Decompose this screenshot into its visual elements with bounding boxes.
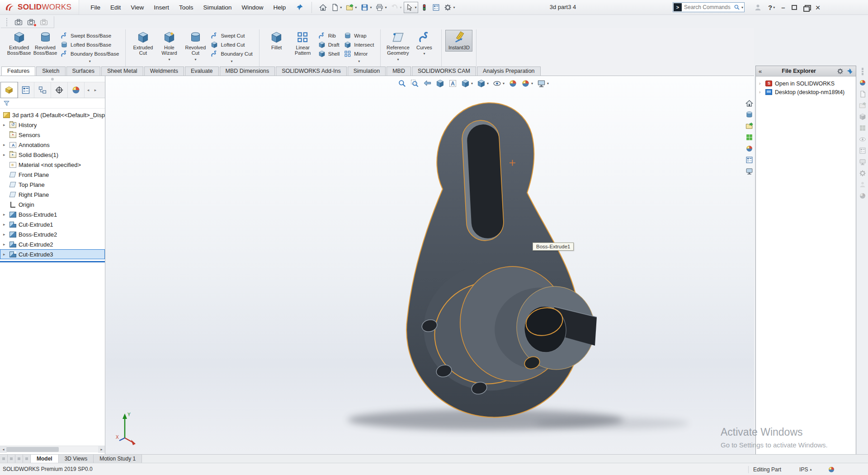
- tab-model[interactable]: Model: [31, 455, 59, 463]
- sphere-icon[interactable]: [859, 192, 866, 200]
- menu-help[interactable]: Help: [269, 2, 291, 13]
- cascade-button[interactable]: [803, 5, 809, 10]
- expand-arrow-icon[interactable]: ▸: [3, 222, 7, 227]
- panel-grip[interactable]: [0, 76, 105, 82]
- linear-pattern-button[interactable]: Linear Pattern: [290, 30, 316, 57]
- pane-split-control[interactable]: [23, 455, 31, 463]
- tab-weldments[interactable]: Weldments: [144, 66, 184, 76]
- menu-view[interactable]: View: [126, 2, 149, 13]
- apply-scene-icon[interactable]: ▾: [521, 78, 533, 89]
- tree-item[interactable]: ▸ Right Plane: [0, 190, 105, 200]
- home-icon[interactable]: ▾: [317, 2, 329, 13]
- curves-button[interactable]: Curves▾: [411, 30, 437, 57]
- scroll-right-icon[interactable]: ▸: [98, 446, 105, 453]
- tab-sheet-metal[interactable]: Sheet Metal: [101, 66, 143, 76]
- tab-analysis-preparation[interactable]: Analysis Preparation: [477, 66, 541, 76]
- expand-arrow-icon[interactable]: ▸: [3, 142, 7, 147]
- intersect-button[interactable]: Intersect: [342, 40, 376, 49]
- revolved-cut-button[interactable]: Revolved Cut▾: [182, 30, 208, 63]
- tree-root-item[interactable]: 3d part3 4 (Default<<Default>_Displa: [0, 110, 105, 120]
- display-style-icon[interactable]: ▾: [476, 78, 489, 89]
- instant3d-button[interactable]: Instant3D: [446, 30, 472, 51]
- edit-appearance-icon[interactable]: ▾: [508, 78, 518, 89]
- expand-chevron-icon[interactable]: ›: [759, 90, 763, 95]
- section-view-icon[interactable]: ▾: [435, 78, 445, 89]
- save-icon[interactable]: ▾: [359, 2, 373, 13]
- pane-split-control[interactable]: [15, 455, 23, 463]
- hole-wizard-button[interactable]: Hole Wizard▾: [156, 30, 182, 63]
- dropdown-caret[interactable]: ▾: [471, 81, 473, 86]
- dropdown-caret[interactable]: ▾: [355, 5, 357, 10]
- dropdown-caret[interactable]: ▾: [487, 81, 489, 86]
- gear-icon[interactable]: [859, 170, 866, 177]
- tree-filter-bar[interactable]: [0, 98, 105, 109]
- user-icon[interactable]: [859, 181, 866, 188]
- dropdown-caret[interactable]: ▾: [503, 81, 505, 86]
- tree-item[interactable]: ▸ Sensors: [0, 130, 105, 140]
- fm-tabs-scroll-left[interactable]: ◂: [85, 82, 92, 98]
- expand-arrow-icon[interactable]: ▸: [3, 212, 7, 217]
- dropdown-caret[interactable]: ▾: [453, 5, 455, 10]
- lofted-cut-button[interactable]: Lofted Cut: [208, 40, 255, 49]
- lofted-boss-base-button[interactable]: Lofted Boss/Base: [58, 40, 121, 49]
- user-profile-icon[interactable]: [754, 4, 762, 11]
- extruded-cut-button[interactable]: Extruded Cut: [130, 30, 156, 57]
- expand-arrow-icon[interactable]: ▸: [3, 152, 7, 157]
- tab-solidworks-add-ins[interactable]: SOLIDWORKS Add-Ins: [276, 66, 347, 76]
- expand-arrow-icon[interactable]: ▸: [3, 232, 7, 237]
- tree-item[interactable]: ▸ Solid Bodies(1): [0, 150, 105, 160]
- units-selector[interactable]: IPS: [799, 466, 808, 473]
- dropdown-caret[interactable]: ▾: [340, 5, 342, 10]
- dropdown-caret[interactable]: ▾: [531, 81, 533, 86]
- tree-item[interactable]: ▸ Cut-Extrude1: [0, 219, 105, 229]
- dropdown-caret[interactable]: ▾: [231, 59, 233, 63]
- dropdown-caret[interactable]: ▾: [385, 5, 387, 10]
- search-icon[interactable]: [734, 4, 740, 10]
- dropdown-caret[interactable]: ▾: [194, 58, 196, 62]
- tree-item[interactable]: ▸ Cut-Extrude2: [0, 239, 105, 249]
- rollback-bar[interactable]: [0, 261, 105, 262]
- tree-item[interactable]: ▸ Top Plane: [0, 180, 105, 190]
- tab-mbd-dimensions[interactable]: MBD Dimensions: [220, 66, 275, 76]
- fm-tabs-scroll-right[interactable]: ▸: [92, 82, 99, 98]
- propertymanager-tab[interactable]: [18, 82, 34, 98]
- tree-item[interactable]: ▸ Front Plane: [0, 170, 105, 180]
- swept-boss-base-button[interactable]: Swept Boss/Base: [58, 31, 121, 40]
- expand-arrow-icon[interactable]: ▸: [3, 252, 7, 256]
- custom-properties-icon[interactable]: [745, 156, 753, 164]
- preview-monitor-icon[interactable]: [745, 167, 753, 175]
- solidworks-resources-icon[interactable]: [745, 100, 753, 107]
- dropdown-caret[interactable]: ▾: [358, 59, 360, 63]
- zoom-to-area-icon[interactable]: ▾: [410, 78, 420, 89]
- previous-view-icon[interactable]: ▾: [423, 78, 432, 89]
- folder-icon[interactable]: [859, 102, 866, 109]
- minimize-button[interactable]: –: [781, 4, 785, 11]
- tree-item[interactable]: ▸ Boss-Extrude2: [0, 229, 105, 239]
- menu-window[interactable]: Window: [237, 2, 269, 13]
- boundary-cut-button[interactable]: Boundary Cut: [208, 49, 255, 58]
- units-caret-icon[interactable]: ▴: [810, 467, 811, 471]
- dropdown-caret[interactable]: ▾: [547, 81, 549, 86]
- menu-file[interactable]: File: [85, 2, 105, 13]
- boundary-boss-base-button[interactable]: Boundary Boss/Base: [58, 49, 121, 58]
- menu-simulation[interactable]: Simulation: [198, 2, 237, 13]
- view-orientation-icon[interactable]: ▾: [461, 78, 473, 89]
- dimxpertmanager-tab[interactable]: [51, 82, 68, 98]
- record-video-icon[interactable]: [27, 18, 36, 26]
- draft-button[interactable]: Draft: [316, 40, 342, 49]
- displaymanager-tab[interactable]: [68, 82, 85, 98]
- monitor-icon[interactable]: [859, 158, 866, 166]
- tree-item[interactable]: ▸ History: [0, 120, 105, 130]
- tab-motion-study-1[interactable]: Motion Study 1: [94, 455, 142, 463]
- eye-icon[interactable]: [859, 136, 866, 143]
- print-icon[interactable]: ▾: [374, 2, 388, 13]
- pane-split-control[interactable]: [8, 455, 15, 463]
- new-file-icon[interactable]: ▾: [329, 2, 344, 13]
- tab-simulation[interactable]: Simulation: [348, 66, 386, 76]
- traffic-light-icon[interactable]: ▾: [419, 2, 430, 13]
- dropdown-caret[interactable]: ▾: [415, 5, 416, 10]
- zoom-to-fit-icon[interactable]: ▾: [397, 78, 407, 89]
- open-file-icon[interactable]: ▾: [344, 2, 359, 13]
- file-explorer-icon[interactable]: [745, 122, 753, 130]
- undo-icon[interactable]: ▾: [389, 2, 403, 13]
